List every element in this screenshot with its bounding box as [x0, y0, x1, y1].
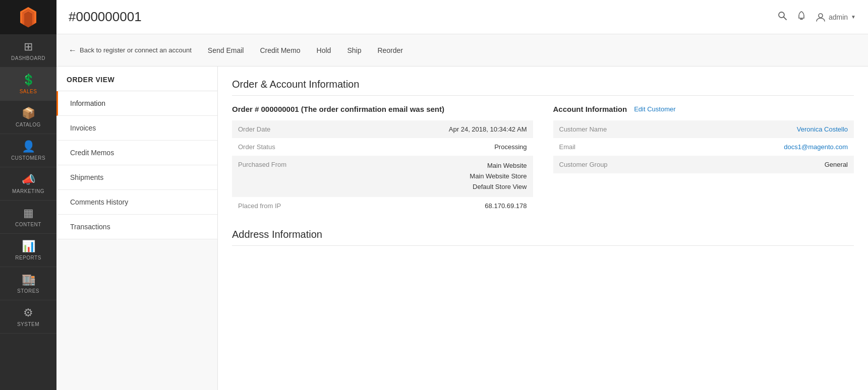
placed-from-ip-value: 68.170.69.178 — [353, 197, 533, 215]
table-row: Placed from IP 68.170.69.178 — [232, 197, 533, 215]
user-menu[interactable]: admin ▼ — [816, 12, 856, 22]
account-info-heading: Account Information — [553, 105, 627, 113]
back-link[interactable]: ← Back to register or connect an account — [69, 46, 192, 55]
sales-icon: 💲 — [22, 74, 35, 87]
back-arrow-icon: ← — [69, 46, 77, 55]
catalog-icon: 📦 — [22, 107, 35, 120]
svg-line-4 — [783, 17, 786, 20]
dashboard-icon: ⊞ — [24, 40, 33, 53]
sidebar-label-catalog: CATALOG — [16, 122, 41, 127]
marketing-icon: 📣 — [22, 173, 35, 186]
top-header: #000000001 — [56, 0, 868, 34]
email-label: Email — [553, 138, 687, 156]
nav-item-shipments[interactable]: Shipments — [56, 165, 217, 190]
nav-item-credit-memos[interactable]: Credit Memos — [56, 141, 217, 165]
sidebar-item-marketing[interactable]: 📣 MARKETING — [0, 167, 56, 201]
main-panel: Order & Account Information Order # 0000… — [218, 67, 868, 390]
system-icon: ⚙ — [23, 306, 33, 319]
nav-item-invoices[interactable]: Invoices — [56, 116, 217, 141]
table-row: Order Status Processing — [232, 138, 533, 156]
sidebar-label-content: CONTENT — [15, 222, 41, 227]
account-info-table: Customer Name Veronica Costello Email do… — [553, 120, 854, 173]
nav-item-information[interactable]: Information — [56, 91, 217, 116]
account-info-column: Account Information Edit Customer Custom… — [553, 105, 854, 215]
sidebar-label-sales: SALES — [20, 89, 37, 94]
sidebar-item-reports[interactable]: 📊 REPORTS — [0, 234, 56, 267]
customer-group-label: Customer Group — [553, 156, 687, 173]
sidebar-item-dashboard[interactable]: ⊞ DASHBOARD — [0, 34, 56, 68]
stores-icon: 🏬 — [22, 273, 35, 286]
send-email-button[interactable]: Send Email — [208, 43, 244, 57]
customer-name-value: Veronica Costello — [686, 120, 854, 138]
address-section: Address Information — [232, 229, 854, 246]
search-button[interactable] — [777, 11, 787, 23]
action-toolbar: ← Back to register or connect an account… — [56, 34, 868, 67]
address-section-title: Address Information — [232, 229, 854, 246]
content-area: ORDER VIEW Information Invoices Credit M… — [56, 67, 868, 390]
order-view-nav-header: ORDER VIEW — [56, 67, 217, 91]
notification-button[interactable] — [796, 11, 806, 23]
sidebar-item-stores[interactable]: 🏬 STORES — [0, 267, 56, 300]
order-view-nav: ORDER VIEW Information Invoices Credit M… — [56, 67, 218, 390]
svg-point-6 — [819, 14, 823, 18]
table-row: Customer Group General — [553, 156, 854, 173]
placed-from-ip-label: Placed from IP — [232, 197, 353, 215]
reports-icon: 📊 — [22, 240, 35, 253]
ship-button[interactable]: Ship — [347, 43, 361, 57]
page-title: #000000001 — [69, 9, 142, 25]
sidebar-item-customers[interactable]: 👤 CUSTOMERS — [0, 134, 56, 167]
back-link-label: Back to register or connect an account — [80, 46, 192, 54]
nav-item-transactions[interactable]: Transactions — [56, 215, 217, 239]
sidebar-label-system: SYSTEM — [17, 321, 39, 327]
svg-marker-2 — [24, 12, 32, 28]
sidebar: ⊞ DASHBOARD 💲 SALES 📦 CATALOG 👤 CUSTOMER… — [0, 0, 56, 390]
sidebar-item-catalog[interactable]: 📦 CATALOG — [0, 101, 56, 134]
sidebar-label-marketing: MARKETING — [12, 188, 44, 194]
info-columns: Order # 000000001 (The order confirmatio… — [232, 105, 854, 215]
dropdown-arrow-icon: ▼ — [851, 14, 856, 20]
purchased-from-value: Main WebsiteMain Website StoreDefault St… — [353, 156, 533, 197]
order-status-value: Processing — [353, 138, 533, 156]
sidebar-item-system[interactable]: ⚙ SYSTEM — [0, 300, 56, 334]
sidebar-label-dashboard: DASHBOARD — [11, 55, 45, 61]
nav-item-comments-history[interactable]: Comments History — [56, 190, 217, 215]
order-date-value: Apr 24, 2018, 10:34:42 AM — [353, 120, 533, 138]
reorder-button[interactable]: Reorder — [377, 43, 403, 57]
order-info-table: Order Date Apr 24, 2018, 10:34:42 AM Ord… — [232, 120, 533, 215]
sidebar-item-sales[interactable]: 💲 SALES — [0, 68, 56, 101]
header-actions: admin ▼ — [777, 11, 856, 23]
sidebar-logo — [0, 0, 56, 34]
purchased-from-label: Purchased From — [232, 156, 353, 197]
customer-name-label: Customer Name — [553, 120, 687, 138]
customers-icon: 👤 — [22, 140, 35, 153]
sidebar-label-customers: CUSTOMERS — [11, 155, 45, 161]
sidebar-item-content[interactable]: ▦ CONTENT — [0, 201, 56, 234]
username-label: admin — [829, 13, 848, 21]
hold-button[interactable]: Hold — [317, 43, 331, 57]
sidebar-label-reports: REPORTS — [15, 255, 41, 261]
table-row: Customer Name Veronica Costello — [553, 120, 854, 138]
account-heading-row: Account Information Edit Customer — [553, 105, 854, 113]
order-info-column: Order # 000000001 (The order confirmatio… — [232, 105, 533, 215]
customer-group-value: General — [686, 156, 854, 173]
table-row: Email docs1@magento.com — [553, 138, 854, 156]
content-icon: ▦ — [23, 207, 34, 220]
credit-memo-button[interactable]: Credit Memo — [260, 43, 300, 57]
main-content: #000000001 — [56, 0, 868, 390]
email-value: docs1@magento.com — [686, 138, 854, 156]
order-info-heading: Order # 000000001 (The order confirmatio… — [232, 105, 533, 113]
order-status-label: Order Status — [232, 138, 353, 156]
order-date-label: Order Date — [232, 120, 353, 138]
table-row: Purchased From Main WebsiteMain Website … — [232, 156, 533, 197]
table-row: Order Date Apr 24, 2018, 10:34:42 AM — [232, 120, 533, 138]
section-title: Order & Account Information — [232, 79, 854, 96]
sidebar-label-stores: STORES — [17, 288, 39, 294]
edit-customer-link[interactable]: Edit Customer — [634, 105, 675, 113]
